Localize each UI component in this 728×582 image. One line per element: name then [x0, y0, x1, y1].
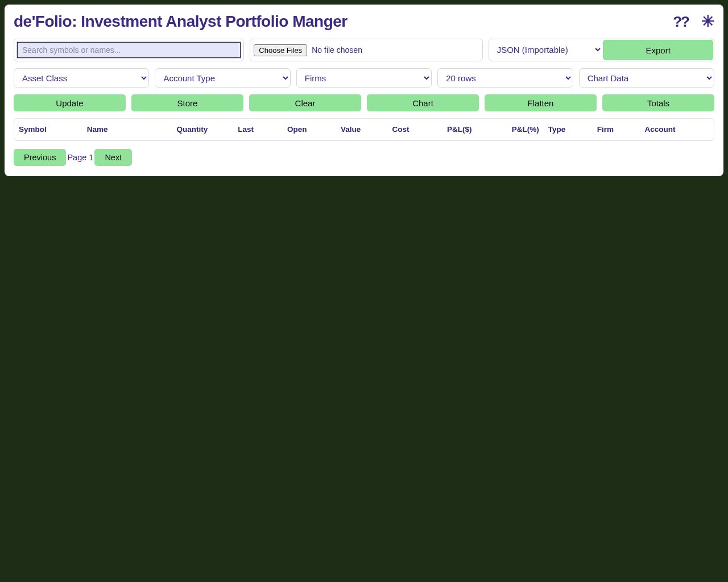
- export-format-select[interactable]: JSON (Importable): [489, 39, 603, 60]
- totals-button[interactable]: Totals: [602, 94, 714, 111]
- store-button[interactable]: Store: [131, 94, 243, 111]
- holdings-table-wrap: Symbol Name Quantity Last Open Value Cos…: [14, 118, 714, 141]
- col-firm[interactable]: Firm: [593, 119, 640, 140]
- col-open[interactable]: Open: [258, 119, 311, 140]
- header: de'Folio: Investment Analyst Portfolio M…: [14, 13, 714, 31]
- export-group: JSON (Importable) Export: [489, 39, 714, 61]
- col-account[interactable]: Account: [640, 119, 714, 140]
- app-title: de'Folio: Investment Analyst Portfolio M…: [14, 13, 348, 31]
- col-cost[interactable]: Cost: [365, 119, 413, 140]
- firms-select[interactable]: Firms: [296, 68, 432, 88]
- file-import: Choose Files No file chosen: [250, 39, 482, 61]
- export-button[interactable]: Export: [603, 40, 713, 60]
- flatten-button[interactable]: Flatten: [485, 94, 597, 111]
- update-button[interactable]: Update: [14, 94, 126, 111]
- col-symbol[interactable]: Symbol: [14, 119, 82, 140]
- next-button[interactable]: Next: [94, 149, 132, 166]
- chart-data-select[interactable]: Chart Data: [579, 68, 714, 88]
- actions-row: Update Store Clear Chart Flatten Totals: [14, 94, 714, 111]
- io-row: Choose Files No file chosen JSON (Import…: [14, 39, 714, 61]
- col-type[interactable]: Type: [544, 119, 593, 140]
- col-quantity[interactable]: Quantity: [138, 119, 212, 140]
- filters-row: Asset Class Account Type Firms 20 rows C…: [14, 68, 714, 88]
- asterisk-icon[interactable]: ✳: [701, 14, 714, 30]
- holdings-table: Symbol Name Quantity Last Open Value Cos…: [14, 119, 714, 140]
- app-panel: de'Folio: Investment Analyst Portfolio M…: [5, 5, 723, 176]
- chart-button[interactable]: Chart: [367, 94, 479, 111]
- help-icon[interactable]: ??: [673, 13, 689, 31]
- rows-select[interactable]: 20 rows: [437, 68, 573, 88]
- col-pnl-percent[interactable]: P&L(%): [476, 119, 543, 140]
- search-input[interactable]: [16, 41, 241, 59]
- account-type-select[interactable]: Account Type: [155, 68, 290, 88]
- previous-button[interactable]: Previous: [14, 149, 66, 166]
- search-wrap: [14, 39, 244, 61]
- file-status: No file chosen: [312, 45, 362, 55]
- pagination: Previous Page 1 Next: [14, 149, 714, 166]
- col-value[interactable]: Value: [312, 119, 366, 140]
- col-last[interactable]: Last: [212, 119, 258, 140]
- header-icons: ?? ✳: [673, 13, 714, 31]
- clear-button[interactable]: Clear: [249, 94, 361, 111]
- page-indicator: Page 1: [66, 153, 94, 162]
- choose-files-button[interactable]: Choose Files: [254, 44, 307, 56]
- asset-class-select[interactable]: Asset Class: [14, 68, 149, 88]
- col-pnl-dollar[interactable]: P&L($): [413, 119, 476, 140]
- table-header-row: Symbol Name Quantity Last Open Value Cos…: [14, 119, 714, 140]
- col-name[interactable]: Name: [82, 119, 138, 140]
